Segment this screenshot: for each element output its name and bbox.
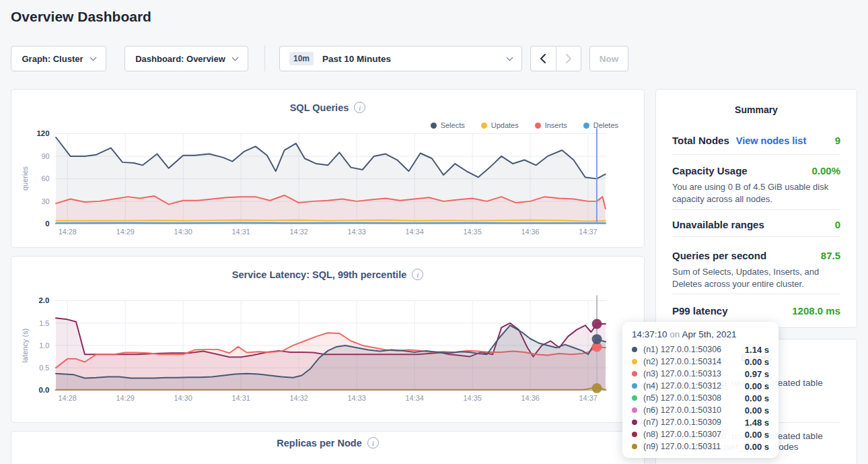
summary-row-total-nodes: Total Nodes View nodes list 9 bbox=[672, 135, 840, 146]
divider bbox=[672, 154, 840, 155]
series-dot-icon bbox=[632, 444, 637, 449]
svg-text:14:30: 14:30 bbox=[174, 394, 192, 402]
summary-row-capacity-usage: Capacity Usage 0.00% bbox=[672, 165, 840, 176]
summary-value: 0 bbox=[835, 219, 840, 230]
series-dot-icon bbox=[632, 395, 637, 401]
svg-text:90: 90 bbox=[41, 152, 49, 160]
series-dot-icon bbox=[632, 347, 637, 352]
summary-value: 87.5 bbox=[821, 250, 840, 261]
summary-title: Summary bbox=[656, 104, 857, 115]
svg-text:1.0: 1.0 bbox=[39, 341, 49, 350]
svg-text:0.5: 0.5 bbox=[39, 364, 49, 372]
summary-label: Queries per second bbox=[672, 250, 766, 261]
tooltip-row: (n8) 127.0.0.1:503070.00 s bbox=[632, 428, 769, 440]
tooltip-row: (n6) 127.0.0.1:503100.00 s bbox=[632, 404, 769, 416]
svg-text:14:36: 14:36 bbox=[521, 394, 540, 402]
replicas-per-node-chart-card: Replicas per Node i bbox=[11, 431, 645, 464]
chevron-left-icon bbox=[540, 54, 546, 63]
chevron-down-icon bbox=[507, 54, 513, 61]
graph-dropdown-label: Graph: Cluster bbox=[22, 54, 83, 64]
summary-description: You are using 0 B of 4.5 GiB usable disk… bbox=[672, 181, 843, 205]
tooltip-row: (n4) 127.0.0.1:503120.00 s bbox=[632, 380, 769, 392]
summary-value: 9 bbox=[835, 135, 840, 146]
toolbar-divider bbox=[264, 46, 265, 71]
svg-text:14:35: 14:35 bbox=[463, 228, 481, 236]
svg-text:0.0: 0.0 bbox=[39, 386, 50, 394]
svg-text:14:28: 14:28 bbox=[58, 394, 76, 402]
svg-text:14:28: 14:28 bbox=[59, 228, 77, 236]
service-latency-chart-card: Service Latency: SQL, 99th percentile i … bbox=[11, 256, 645, 423]
svg-text:14:32: 14:32 bbox=[289, 394, 308, 402]
graph-dropdown[interactable]: Graph: Cluster bbox=[11, 46, 106, 71]
chevron-right-icon bbox=[565, 54, 572, 63]
summary-row-unavailable-ranges: Unavailable ranges 0 bbox=[672, 219, 840, 230]
summary-row-p99-latency: P99 latency 1208.0 ms bbox=[672, 305, 840, 317]
overview-dashboard-page: Overview Dashboard Graph: Cluster Dashbo… bbox=[0, 0, 868, 464]
summary-row-queries-per-second: Queries per second 87.5 bbox=[672, 250, 840, 261]
chevron-down-icon bbox=[89, 54, 96, 61]
summary-value: 0.00% bbox=[811, 165, 840, 176]
tooltip-row: (n2) 127.0.0.1:503140.00 s bbox=[632, 356, 769, 368]
tooltip-rows: (n1) 127.0.0.1:503061.14 s(n2) 127.0.0.1… bbox=[632, 343, 769, 453]
divider bbox=[672, 236, 840, 237]
svg-text:14:29: 14:29 bbox=[116, 394, 134, 402]
svg-text:14:34: 14:34 bbox=[405, 228, 423, 236]
series-dot-icon bbox=[632, 407, 637, 413]
tooltip-row: (n3) 127.0.0.1:503130.97 s bbox=[632, 368, 769, 380]
svg-text:14:32: 14:32 bbox=[290, 228, 308, 236]
svg-text:14:37: 14:37 bbox=[579, 228, 597, 236]
svg-text:14:37: 14:37 bbox=[579, 394, 598, 402]
tooltip-row: (n1) 127.0.0.1:503061.14 s bbox=[632, 343, 769, 356]
page-title: Overview Dashboard bbox=[11, 9, 151, 25]
now-button[interactable]: Now bbox=[589, 46, 628, 71]
replicas-title-row: Replicas per Node i bbox=[11, 437, 644, 449]
summary-value: 1208.0 ms bbox=[792, 305, 840, 317]
svg-text:14:33: 14:33 bbox=[348, 394, 366, 402]
summary-panel: Summary Total Nodes View nodes list 9 Ca… bbox=[655, 89, 857, 328]
svg-text:1.5: 1.5 bbox=[39, 319, 49, 327]
chevron-down-icon bbox=[231, 54, 238, 61]
sql-queries-plot[interactable]: 14:2814:2914:3014:3114:3214:3314:3414:35… bbox=[11, 90, 644, 247]
sql-queries-chart-card: SQL Queries i SelectsUpdatesInsertsDelet… bbox=[11, 89, 645, 248]
series-dot-icon bbox=[632, 371, 637, 376]
time-window-badge: 10m bbox=[289, 52, 314, 65]
info-icon[interactable]: i bbox=[367, 437, 379, 449]
svg-text:14:33: 14:33 bbox=[347, 228, 365, 236]
dashboard-dropdown-label: Dashboard: Overview bbox=[135, 54, 225, 64]
svg-text:2.0: 2.0 bbox=[39, 296, 50, 304]
svg-text:14:30: 14:30 bbox=[174, 228, 192, 236]
svg-text:14:34: 14:34 bbox=[406, 394, 424, 402]
service-latency-plot[interactable]: 14:2814:2914:3014:3114:3214:3314:3414:35… bbox=[11, 257, 644, 422]
svg-text:14:36: 14:36 bbox=[521, 228, 539, 236]
summary-label: Capacity Usage bbox=[672, 165, 748, 176]
time-prev-button[interactable] bbox=[530, 46, 556, 71]
chart-title-replicas-per-node: Replicas per Node bbox=[277, 438, 362, 449]
summary-label: P99 latency bbox=[672, 305, 728, 317]
divider bbox=[672, 294, 840, 294]
chart-hover-tooltip: 14:37:10 on Apr 5th, 2021 (n1) 127.0.0.1… bbox=[622, 322, 779, 458]
series-dot-icon bbox=[632, 383, 637, 389]
tooltip-row: (n5) 127.0.0.1:503080.00 s bbox=[632, 392, 769, 404]
svg-text:30: 30 bbox=[41, 197, 49, 205]
time-range-picker[interactable]: 10m Past 10 Minutes bbox=[279, 46, 522, 71]
series-dot-icon bbox=[632, 420, 637, 425]
svg-text:14:31: 14:31 bbox=[232, 228, 250, 236]
svg-text:14:29: 14:29 bbox=[116, 228, 135, 236]
series-dot-icon bbox=[632, 359, 637, 364]
dashboard-dropdown[interactable]: Dashboard: Overview bbox=[124, 46, 248, 71]
tooltip-row: (n9) 127.0.0.1:503110.00 s bbox=[632, 440, 769, 453]
svg-text:14:31: 14:31 bbox=[231, 394, 250, 402]
tooltip-row: (n7) 127.0.0.1:503091.48 s bbox=[632, 416, 769, 428]
summary-label: Total Nodes bbox=[672, 135, 729, 146]
svg-text:60: 60 bbox=[41, 174, 49, 183]
divider bbox=[672, 209, 840, 210]
time-window-label: Past 10 Minutes bbox=[322, 54, 391, 64]
tooltip-timestamp: 14:37:10 on Apr 5th, 2021 bbox=[632, 329, 769, 339]
svg-text:0: 0 bbox=[45, 220, 49, 228]
time-next-button[interactable] bbox=[556, 46, 582, 71]
view-nodes-list-link[interactable]: View nodes list bbox=[736, 135, 807, 146]
time-nav-buttons bbox=[530, 46, 581, 71]
svg-text:14:35: 14:35 bbox=[464, 394, 482, 402]
summary-description: Sum of Selects, Updates, Inserts, and De… bbox=[672, 266, 843, 290]
svg-text:120: 120 bbox=[37, 129, 50, 137]
